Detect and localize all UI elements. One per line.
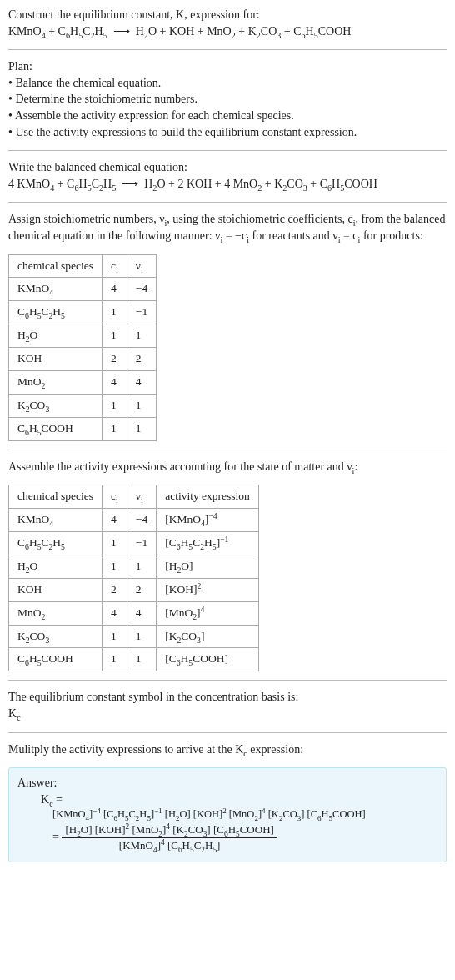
answer-numerator: [H2O] [KOH]2 [MnO2]4 [K2CO3] [C6H5COOH] xyxy=(62,822,277,837)
cell-species: KMnO4 xyxy=(9,278,102,301)
intro-block: Construct the equilibrium constant, K, e… xyxy=(8,7,447,39)
cell-ci: 1 xyxy=(102,532,128,555)
col-vi: νi xyxy=(127,485,156,509)
cell-species: C6H5COOH xyxy=(9,417,102,440)
answer-rhs-line: [KMnO4]−4 [C6H5C2H5]−1 [H2O] [KOH]2 [MnO… xyxy=(52,807,438,822)
cell-activity: [KMnO4]−4 xyxy=(157,509,259,532)
answer-box: Answer: Kc = [KMnO4]−4 [C6H5C2H5]−1 [H2O… xyxy=(8,767,447,862)
intro-line: Construct the equilibrium constant, K, e… xyxy=(8,7,447,23)
table-header-row: chemical species ci νi activity expressi… xyxy=(9,485,259,509)
cell-vi: −4 xyxy=(127,278,156,301)
cell-species: K2CO3 xyxy=(9,394,102,417)
divider xyxy=(8,680,447,681)
answer-eq-sign: = xyxy=(52,831,62,843)
table-row: KMnO44−4[KMnO4]−4 xyxy=(9,509,259,532)
divider xyxy=(8,202,447,203)
table-row: H2O11[H2O] xyxy=(9,555,259,578)
divider xyxy=(8,49,447,50)
balanced-equation: 4 KMnO4 + C6H5C2H5 ⟶ H2O + 2 KOH + 4 MnO… xyxy=(8,176,447,193)
plan-item: • Assemble the activity expression for e… xyxy=(8,108,447,124)
balanced-title: Write the balanced chemical equation: xyxy=(8,159,447,176)
cell-ci: 1 xyxy=(102,301,128,324)
stoichiometry-table: chemical species ci νi KMnO44−4 C6H5C2H5… xyxy=(8,254,157,441)
cell-species: KOH xyxy=(9,578,102,601)
cell-vi: 1 xyxy=(127,394,156,417)
assemble-text: Assemble the activity expressions accoun… xyxy=(8,459,447,475)
cell-vi: 4 xyxy=(127,370,156,394)
plan-item: • Balance the chemical equation. xyxy=(8,75,447,92)
cell-vi: −4 xyxy=(127,509,156,532)
cell-species: KOH xyxy=(9,348,102,371)
answer-fraction: [H2O] [KOH]2 [MnO2]4 [K2CO3] [C6H5COOH] … xyxy=(62,822,277,853)
table-row: K2CO311 xyxy=(9,394,157,417)
cell-species: C6H5C2H5 xyxy=(9,532,102,555)
cell-ci: 4 xyxy=(102,278,128,301)
cell-vi: 4 xyxy=(127,601,156,625)
assign-text: Assign stoichiometric numbers, νi, using… xyxy=(8,211,447,244)
symbol-line2: Kc xyxy=(8,706,447,722)
table-row: KOH22[KOH]2 xyxy=(9,578,259,601)
cell-activity: [MnO2]4 xyxy=(157,601,259,625)
divider xyxy=(8,732,447,733)
divider xyxy=(8,450,447,450)
cell-ci: 4 xyxy=(102,370,128,394)
cell-ci: 1 xyxy=(102,648,128,671)
cell-species: KMnO4 xyxy=(9,509,102,532)
cell-ci: 4 xyxy=(102,601,128,625)
cell-ci: 1 xyxy=(102,324,128,348)
plan-item: • Use the activity expressions to build … xyxy=(8,124,447,141)
cell-species: MnO2 xyxy=(9,370,102,394)
table-row: MnO244[MnO2]4 xyxy=(9,601,259,625)
cell-ci: 1 xyxy=(102,417,128,440)
col-species: chemical species xyxy=(9,254,102,278)
multiply-text: Mulitply the activity expressions to arr… xyxy=(8,741,447,758)
cell-vi: 1 xyxy=(127,648,156,671)
cell-vi: 2 xyxy=(127,348,156,371)
cell-ci: 2 xyxy=(102,578,128,601)
cell-ci: 1 xyxy=(102,394,128,417)
cell-ci: 1 xyxy=(102,555,128,578)
activity-table: chemical species ci νi activity expressi… xyxy=(8,485,259,671)
col-ci: ci xyxy=(102,254,128,278)
intro-equation: KMnO4 + C6H5C2H5 ⟶ H2O + KOH + MnO2 + K2… xyxy=(8,23,447,40)
table-row: C6H5COOH11 xyxy=(9,417,157,440)
cell-vi: −1 xyxy=(127,301,156,324)
answer-denominator: [KMnO4]4 [C6H5C2H5] xyxy=(62,837,277,853)
table-row: KMnO44−4 xyxy=(9,278,157,301)
col-vi: νi xyxy=(127,254,156,278)
cell-activity: [KOH]2 xyxy=(157,578,259,601)
cell-vi: −1 xyxy=(127,532,156,555)
cell-species: C6H5C2H5 xyxy=(9,301,102,324)
cell-species: H2O xyxy=(9,324,102,348)
answer-fraction-line: = [H2O] [KOH]2 [MnO2]4 [K2CO3] [C6H5COOH… xyxy=(52,822,438,853)
symbol-line1: The equilibrium constant symbol in the c… xyxy=(8,689,447,706)
cell-vi: 2 xyxy=(127,578,156,601)
cell-ci: 4 xyxy=(102,509,128,532)
cell-vi: 1 xyxy=(127,625,156,648)
table-row: MnO244 xyxy=(9,370,157,394)
balanced-block: Write the balanced chemical equation: 4 … xyxy=(8,159,447,192)
cell-species: C6H5COOH xyxy=(9,648,102,671)
table-row: H2O11 xyxy=(9,324,157,348)
cell-activity: [K2CO3] xyxy=(157,625,259,648)
col-ci: ci xyxy=(102,485,128,509)
cell-activity: [C6H5COOH] xyxy=(157,648,259,671)
cell-vi: 1 xyxy=(127,417,156,440)
cell-species: H2O xyxy=(9,555,102,578)
cell-ci: 1 xyxy=(102,625,128,648)
answer-label: Answer: xyxy=(18,775,438,792)
table-row: K2CO311[K2CO3] xyxy=(9,625,259,648)
divider xyxy=(8,150,447,151)
cell-vi: 1 xyxy=(127,324,156,348)
plan-block: Plan: • Balance the chemical equation. •… xyxy=(8,58,447,140)
col-activity: activity expression xyxy=(157,485,259,509)
table-header-row: chemical species ci νi xyxy=(9,254,157,278)
plan-item: • Determine the stoichiometric numbers. xyxy=(8,91,447,108)
symbol-block: The equilibrium constant symbol in the c… xyxy=(8,689,447,721)
col-species: chemical species xyxy=(9,485,102,509)
table-row: C6H5COOH11[C6H5COOH] xyxy=(9,648,259,671)
cell-species: MnO2 xyxy=(9,601,102,625)
cell-ci: 2 xyxy=(102,348,128,371)
table-row: C6H5C2H51−1 xyxy=(9,301,157,324)
answer-lhs: Kc = xyxy=(41,792,438,808)
